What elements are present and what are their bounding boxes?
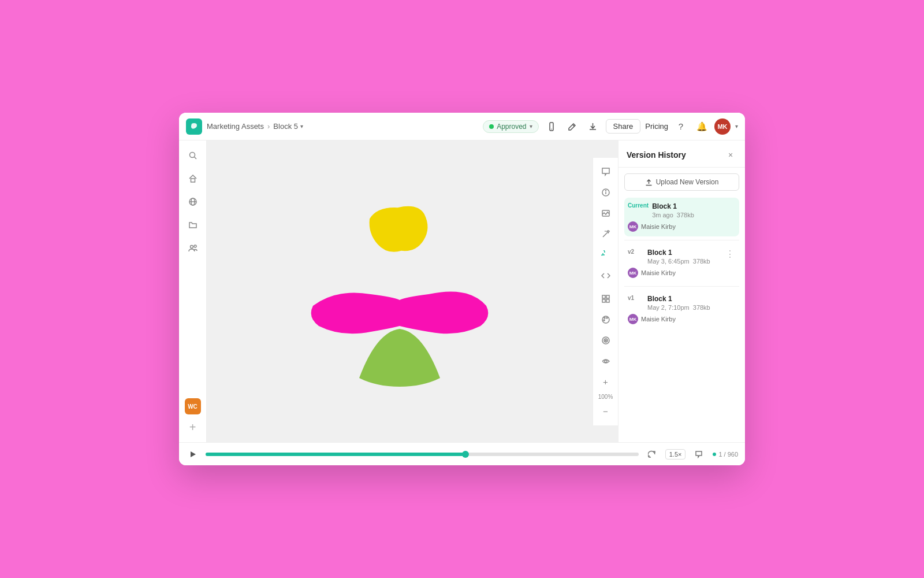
author-avatar-v2: MK	[628, 268, 638, 278]
breadcrumb: Marketing Assets › Block 5 ▾	[207, 122, 478, 131]
notification-icon[interactable]: 🔔	[694, 118, 710, 135]
svg-point-29	[605, 340, 606, 341]
bottom-bar: 1.5× 1 / 960	[179, 442, 745, 465]
author-name-v2: Maisie Kirby	[641, 269, 676, 276]
progress-thumb	[462, 451, 469, 458]
loop-icon	[648, 450, 656, 458]
version-history-title: Version History	[627, 150, 686, 160]
palette-tool-icon[interactable]	[597, 310, 615, 329]
zoom-out-icon[interactable]: −	[597, 402, 615, 421]
sidebar-icon-globe[interactable]	[182, 191, 203, 212]
help-icon[interactable]: ?	[673, 118, 689, 135]
version-more-v2[interactable]: ⋮	[724, 249, 736, 260]
svg-point-24	[604, 317, 605, 318]
version-divider-1	[624, 240, 739, 240]
zoom-label: 100%	[598, 394, 613, 400]
version-time-v1: May 2, 7:10pm	[647, 304, 690, 311]
pricing-button[interactable]: Pricing	[645, 122, 668, 131]
breadcrumb-parent[interactable]: Marketing Assets	[207, 122, 264, 131]
header-actions: Approved ▾	[483, 118, 738, 135]
info-tool-icon[interactable]	[597, 183, 615, 202]
comment-tool-icon[interactable]	[597, 162, 615, 181]
sidebar-workspace[interactable]: WC	[185, 398, 201, 414]
close-button[interactable]: ×	[724, 149, 737, 161]
edit-icon[interactable]	[564, 118, 580, 135]
header: Marketing Assets › Block 5 ▾ Approved ▾	[179, 113, 745, 140]
play-icon	[189, 450, 197, 458]
avatar-chevron-icon: ▾	[735, 123, 738, 129]
version-tag-v1: v1	[628, 295, 644, 301]
sidebar: WC +	[179, 140, 207, 442]
sidebar-icon-folder[interactable]	[182, 214, 203, 235]
artwork	[278, 190, 521, 392]
version-time-current: 3m ago	[652, 212, 673, 218]
app-logo[interactable]	[186, 118, 202, 135]
version-size-current: 378kb	[677, 212, 694, 218]
status-dot	[489, 124, 494, 129]
progress-fill	[206, 453, 465, 456]
svg-point-30	[605, 360, 607, 362]
eye-tool-icon[interactable]	[597, 352, 615, 370]
svg-marker-33	[191, 451, 196, 457]
version-history-body: Upload New Version Current Block 1 3m ag…	[619, 168, 745, 442]
svg-rect-19	[602, 295, 605, 298]
target-tool-icon[interactable]	[597, 331, 615, 350]
share-button[interactable]: Share	[606, 119, 641, 134]
mobile-preview-icon[interactable]	[543, 118, 560, 135]
svg-point-11	[190, 246, 193, 249]
code-tool-icon[interactable]	[597, 266, 615, 285]
comment-bottom-button[interactable]	[691, 447, 706, 462]
version-time-v2: May 3, 6:45pm	[647, 258, 690, 265]
image-tool-icon[interactable]	[597, 204, 615, 223]
version-name-current: Block 1	[652, 202, 736, 210]
version-item-v1[interactable]: v1 Block 1 May 2, 7:10pm 378kb MK	[624, 290, 739, 329]
sidebar-add-button[interactable]: +	[182, 417, 203, 438]
history-tool-icon[interactable]	[597, 246, 615, 264]
version-name-v1: Block 1	[647, 295, 736, 303]
version-history-panel: Version History × Upload New Version Cur…	[618, 140, 745, 442]
play-button[interactable]	[186, 447, 200, 461]
body: WC +	[179, 140, 745, 442]
breadcrumb-current[interactable]: Block 5 ▾	[273, 122, 303, 131]
author-avatar-current: MK	[628, 221, 638, 232]
version-item-current[interactable]: Current Block 1 3m ago 378kb MK	[624, 198, 739, 236]
avatar[interactable]: MK	[714, 118, 731, 135]
svg-point-15	[605, 190, 606, 191]
magic-tool-icon[interactable]	[597, 225, 615, 243]
chevron-down-icon: ▾	[300, 123, 303, 129]
zoom-in-icon[interactable]: +	[597, 373, 615, 391]
canvas-content	[207, 140, 593, 442]
sidebar-icon-search[interactable]	[182, 145, 203, 166]
svg-rect-21	[602, 299, 605, 302]
version-divider-2	[624, 286, 739, 287]
author-name-v1: Maisie Kirby	[641, 316, 676, 323]
version-tag-v2: v2	[628, 249, 644, 255]
tool-panel: + 100% −	[593, 158, 618, 425]
upload-icon	[645, 179, 653, 186]
status-badge[interactable]: Approved ▾	[483, 120, 538, 133]
app-window: Marketing Assets › Block 5 ▾ Approved ▾	[179, 113, 745, 465]
svg-point-5	[189, 153, 195, 158]
layout-tool-icon[interactable]	[597, 290, 615, 308]
download-icon[interactable]	[585, 118, 601, 135]
upload-version-button[interactable]: Upload New Version	[624, 173, 739, 191]
svg-point-26	[603, 320, 605, 321]
comment-bottom-icon	[695, 450, 703, 458]
version-size-v1: 378kb	[693, 304, 710, 311]
svg-point-12	[194, 245, 196, 247]
loop-button[interactable]	[644, 447, 660, 462]
breadcrumb-separator: ›	[267, 122, 270, 131]
sidebar-icon-home[interactable]	[182, 168, 203, 189]
svg-line-6	[194, 157, 196, 160]
version-size-v2: 378kb	[693, 258, 710, 265]
speed-button[interactable]: 1.5×	[665, 449, 686, 460]
canvas-area: + 100% −	[207, 140, 618, 442]
version-item-v2[interactable]: v2 Block 1 May 3, 6:45pm 378kb ⋮ MK	[624, 244, 739, 283]
frame-dot-icon	[712, 452, 717, 457]
svg-point-25	[606, 317, 608, 318]
sidebar-icon-team[interactable]	[182, 238, 203, 258]
author-name-current: Maisie Kirby	[641, 223, 676, 230]
author-avatar-v1: MK	[628, 314, 638, 324]
progress-bar[interactable]	[206, 453, 639, 456]
svg-rect-22	[606, 299, 609, 302]
